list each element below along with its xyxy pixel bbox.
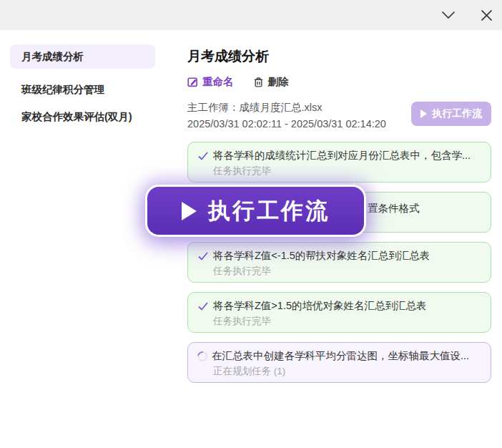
task-title: 将各学科Z值<-1.5的帮扶对象姓名汇总到汇总表: [213, 249, 430, 263]
task-card-4[interactable]: 将各学科Z值>1.5的培优对象姓名汇总到汇总表 任务执行完毕: [187, 292, 491, 333]
play-icon: [182, 202, 197, 220]
task-status: 任务执行完毕: [213, 165, 481, 177]
task-title: 置条件格式: [368, 202, 420, 215]
spinner-icon: [195, 349, 209, 363]
pencil-square-icon: [187, 77, 198, 87]
workflow-panel: 月考成绩分析 班级纪律积分管理 家校合作效果评估(双月) 月考成绩分析 重命名: [0, 0, 502, 448]
check-icon: [197, 150, 209, 162]
task-status: 任务执行完毕: [213, 265, 481, 278]
delete-label: 删除: [268, 75, 289, 89]
run-workflow-overlay-label: 执行工作流: [208, 196, 330, 226]
sidebar-item-home-school-evaluation[interactable]: 家校合作效果评估(双月): [10, 104, 155, 129]
run-workflow-button[interactable]: 执行工作流: [411, 102, 491, 126]
close-button[interactable]: [476, 5, 496, 25]
sidebar-item-monthly-score-analysis[interactable]: 月考成绩分析: [10, 44, 155, 69]
workflow-detail: 月考成绩分析 重命名: [187, 47, 491, 434]
workflow-sidebar: 月考成绩分析 班级纪律积分管理 家校合作效果评估(双月): [10, 44, 155, 129]
run-workflow-label: 执行工作流: [432, 107, 482, 120]
task-list: 将各学科的成绩统计汇总到对应月份汇总表中，包含学... 任务执行完毕 置条件格式…: [187, 142, 491, 392]
sidebar-item-class-discipline-points[interactable]: 班级纪律积分管理: [10, 77, 155, 102]
window-titlebar: [0, 0, 502, 30]
task-title: 在汇总表中创建各学科平均分雷达图，坐标轴最大值设...: [212, 349, 469, 363]
chevron-down-icon: [441, 11, 456, 19]
task-title: 将各学科Z值>1.5的培优对象姓名汇总到汇总表: [213, 299, 426, 313]
sidebar-item-label: 班级纪律积分管理: [21, 83, 104, 97]
task-card-1[interactable]: 将各学科的成绩统计汇总到对应月份汇总表中，包含学... 任务执行完毕: [187, 142, 491, 182]
run-workflow-overlay-button[interactable]: 执行工作流: [147, 187, 364, 235]
check-icon: [197, 250, 209, 262]
trash-icon: [253, 77, 264, 88]
task-title: 将各学科的成绩统计汇总到对应月份汇总表中，包含学...: [213, 149, 471, 162]
detail-actions: 重命名 删除: [187, 75, 491, 89]
task-card-3[interactable]: 将各学科Z值<-1.5的帮扶对象姓名汇总到汇总表 任务执行完毕: [187, 242, 491, 283]
rename-label: 重命名: [202, 75, 234, 89]
task-card-5[interactable]: 在汇总表中创建各学科平均分雷达图，坐标轴最大值设... 正在规划任务 (1): [187, 342, 491, 383]
collapse-button[interactable]: [438, 5, 458, 25]
check-icon: [197, 301, 209, 312]
task-status: 正在规划任务 (1): [213, 365, 481, 378]
page-title: 月考成绩分析: [187, 47, 491, 66]
rename-button[interactable]: 重命名: [187, 75, 234, 89]
play-icon: [420, 109, 427, 118]
delete-button[interactable]: 删除: [253, 75, 289, 89]
task-status: 任务执行完毕: [213, 315, 481, 328]
sidebar-item-label: 月考成绩分析: [21, 50, 84, 64]
close-icon: [481, 9, 493, 21]
sidebar-item-label: 家校合作效果评估(双月): [21, 110, 132, 124]
